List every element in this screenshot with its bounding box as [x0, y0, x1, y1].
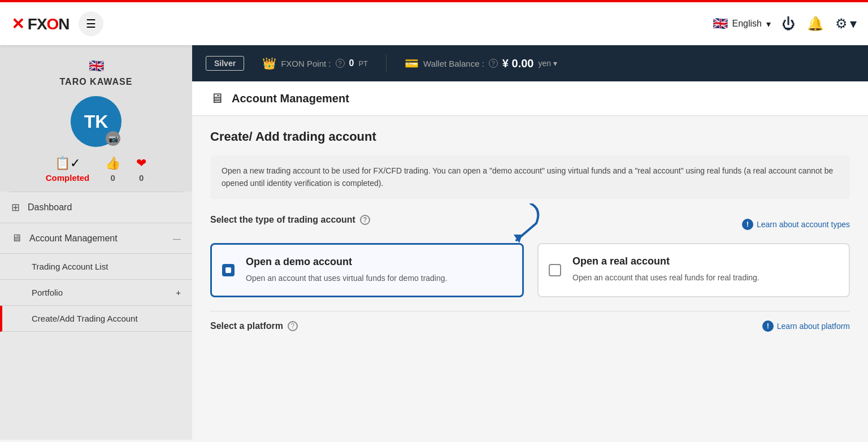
thumbs-up-icon: 👍 [105, 156, 120, 171]
settings-button[interactable]: ⚙ ▾ [835, 16, 857, 32]
demo-account-card[interactable]: Open a demo account Open an account that… [210, 243, 524, 297]
real-radio-button[interactable] [549, 264, 561, 276]
language-arrow-icon: ▾ [766, 19, 771, 29]
fxon-point-value: 0 [349, 58, 354, 68]
currency-arrow-icon: ▾ [553, 59, 557, 68]
learn-platform-link[interactable]: ! Learn about platform [762, 320, 850, 332]
main-content: Silver 👑 FXON Point : ? 0 PT 💳 Wallet Ba… [192, 45, 868, 440]
avatar-wrap: TK 📷 [71, 96, 121, 147]
sidebar-subitem-create-trading-account[interactable]: Create/Add Trading Account [0, 306, 192, 332]
info-box: Open a new trading account to be used fo… [210, 155, 850, 199]
sidebar: 🇬🇧 TARO KAWASE TK 📷 📋✓ Completed 👍 0 [0, 45, 192, 440]
demo-account-title: Open a demo account [246, 256, 511, 268]
info-text: Open a new trading account to be used fo… [222, 166, 833, 188]
fxon-point-stat: 👑 FXON Point : ? 0 PT [262, 57, 368, 70]
profile-stats: 📋✓ Completed 👍 0 ❤ 0 [46, 156, 147, 183]
stat-likes: 👍 0 [105, 156, 120, 183]
page-title: Account Management [232, 92, 349, 105]
language-selector[interactable]: 🇬🇧 English ▾ [713, 16, 771, 31]
learn-account-types-link[interactable]: ! Learn about account types [742, 219, 850, 230]
header-bar: Silver 👑 FXON Point : ? 0 PT 💳 Wallet Ba… [192, 45, 868, 81]
info-circle-icon: ! [742, 219, 753, 230]
page-header-icon: 🖥 [210, 90, 224, 106]
question-icon-fxon[interactable]: ? [336, 59, 345, 68]
power-icon[interactable]: ⏻ [782, 16, 796, 32]
real-account-desc: Open an account that uses real funds for… [572, 272, 837, 284]
wallet-label: Wallet Balance : [423, 59, 484, 68]
nav-right: 🇬🇧 English ▾ ⏻ 🔔 ⚙ ▾ [713, 16, 857, 32]
sidebar-profile: 🇬🇧 TARO KAWASE TK 📷 📋✓ Completed 👍 0 [0, 45, 192, 192]
real-account-card[interactable]: Open a real account Open an account that… [537, 243, 850, 297]
currency-selector[interactable]: yen ▾ [538, 59, 557, 68]
svg-marker-0 [514, 235, 522, 243]
page-body: 🖥 Account Management Create/ Add trading… [192, 81, 868, 440]
fxon-point-label: FXON Point : [281, 59, 331, 68]
wallet-unit: yen [538, 59, 551, 68]
sidebar-item-account-management[interactable]: 🖥 Account Management — [0, 223, 192, 254]
main-layout: 🇬🇧 TARO KAWASE TK 📷 📋✓ Completed 👍 0 [0, 45, 868, 440]
logo: ✕ FXON [11, 15, 70, 33]
account-type-cards: Open a demo account Open an account that… [210, 243, 850, 297]
section-title: Create/ Add trading account [210, 129, 850, 144]
wallet-value: ¥ 0.00 [502, 57, 534, 70]
heart-icon: ❤ [136, 156, 146, 171]
header-separator [386, 55, 387, 72]
stat-kyc: 📋✓ Completed [46, 156, 90, 183]
wallet-icon: 💳 [405, 57, 419, 70]
account-type-section: Select the type of trading account ? ! L… [210, 215, 850, 297]
arrow-pointer [485, 203, 553, 243]
info-circle-platform-icon: ! [762, 320, 774, 332]
sidebar-item-label: Account Management [29, 233, 165, 244]
learn-platform-label: Learn about platform [777, 322, 850, 331]
hamburger-icon: ☰ [86, 17, 96, 31]
profile-flag: 🇬🇧 [89, 59, 104, 73]
hamburger-button[interactable]: ☰ [79, 11, 103, 36]
camera-icon: 📷 [108, 134, 118, 143]
page-header: 🖥 Account Management [192, 81, 868, 116]
fxon-point-unit: PT [358, 59, 368, 68]
question-icon-account-type[interactable]: ? [360, 215, 370, 225]
kyc-icon: 📋✓ [55, 156, 80, 171]
monitor-icon: 🖥 [11, 232, 21, 244]
sidebar-item-label: Dashboard [28, 202, 181, 213]
collapse-icon: — [173, 234, 181, 243]
profile-name: TARO KAWASE [60, 77, 133, 87]
language-label: English [732, 19, 762, 29]
account-type-label: Select the type of trading account ? [210, 215, 370, 225]
sidebar-item-dashboard[interactable]: ⊞ Dashboard [0, 192, 192, 223]
top-navigation: ✕ FXON ☰ 🇬🇧 English ▾ ⏻ 🔔 ⚙ ▾ [0, 0, 868, 45]
sidebar-subitem-trading-account-list[interactable]: Trading Account List [0, 254, 192, 280]
silver-badge[interactable]: Silver [206, 56, 244, 71]
learn-account-types-label: Learn about account types [757, 220, 850, 229]
crown-icon: 👑 [262, 57, 276, 70]
demo-radio-button[interactable] [222, 264, 235, 276]
flag-uk-icon: 🇬🇧 [713, 16, 728, 31]
platform-label: Select a platform [210, 321, 283, 331]
question-icon-platform[interactable]: ? [288, 321, 298, 331]
question-icon-wallet[interactable]: ? [489, 59, 498, 68]
demo-account-desc: Open an account that uses virtual funds … [246, 272, 511, 284]
real-account-title: Open a real account [572, 255, 837, 267]
avatar-camera-button[interactable]: 📷 [106, 131, 120, 146]
platform-section: Select a platform ? ! Learn about platfo… [210, 311, 850, 341]
stat-hearts: ❤ 0 [136, 156, 146, 183]
dashboard-icon: ⊞ [11, 201, 20, 214]
expand-icon: + [176, 288, 181, 297]
bell-icon[interactable]: 🔔 [807, 16, 824, 32]
gear-icon: ⚙ [835, 16, 848, 32]
logo-text: ✕ FXON [11, 15, 70, 33]
wallet-stat: 💳 Wallet Balance : ? ¥ 0.00 yen ▾ [405, 57, 557, 70]
settings-arrow-icon: ▾ [850, 16, 857, 32]
sidebar-subitem-portfolio[interactable]: Portfolio + [0, 280, 192, 306]
